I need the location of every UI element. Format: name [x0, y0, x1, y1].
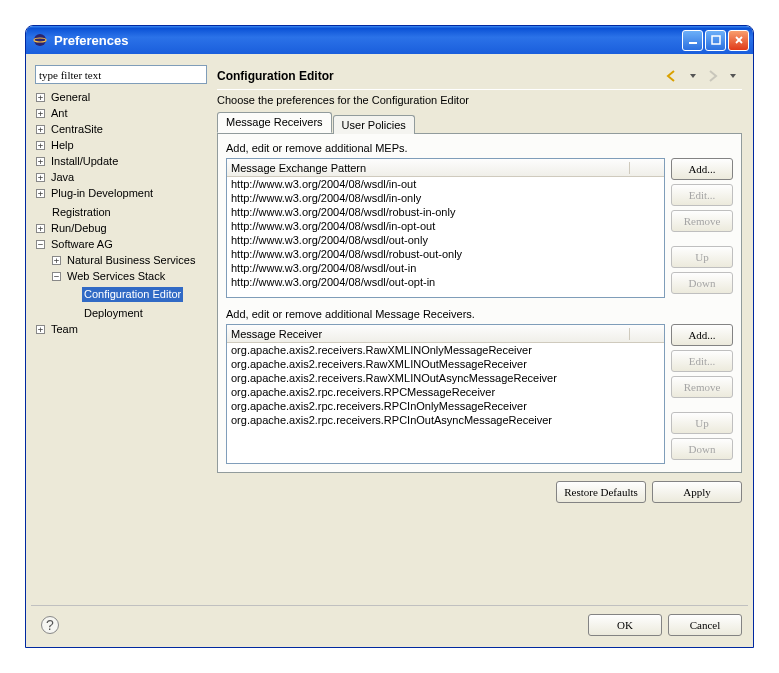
receivers-body[interactable]: org.apache.axis2.receivers.RawXMLINOnlyM…: [227, 343, 664, 427]
list-item[interactable]: http://www.w3.org/2004/08/wsdl/in-only: [227, 191, 664, 205]
list-item[interactable]: org.apache.axis2.rpc.receivers.RPCMessag…: [227, 385, 664, 399]
list-item[interactable]: http://www.w3.org/2004/08/wsdl/in-out: [227, 177, 664, 191]
tree-expander-icon[interactable]: +: [36, 224, 45, 233]
receivers-listbox[interactable]: Message Receiver org.apache.axis2.receiv…: [226, 324, 665, 464]
meps-add-button[interactable]: Add...: [671, 158, 733, 180]
window-title: Preferences: [54, 33, 680, 48]
preferences-window: Preferences +General+Ant+CentraSite+Help…: [25, 25, 754, 648]
tabs-bar: Message ReceiversUser Policies: [217, 112, 742, 133]
meps-body[interactable]: http://www.w3.org/2004/08/wsdl/in-outhtt…: [227, 177, 664, 289]
tree-expander-icon[interactable]: +: [36, 157, 45, 166]
meps-remove-button: Remove: [671, 210, 733, 232]
tab-folder: Message ReceiversUser Policies Add, edit…: [217, 112, 742, 473]
help-icon[interactable]: ?: [41, 616, 59, 634]
meps-listbox[interactable]: Message Exchange Pattern http://www.w3.o…: [226, 158, 665, 298]
receivers-header-row[interactable]: Message Receiver: [227, 325, 664, 343]
receivers-column-header[interactable]: Message Receiver: [231, 328, 630, 340]
titlebar[interactable]: Preferences: [26, 26, 753, 54]
receivers-down-button: Down: [671, 438, 733, 460]
meps-edit-button: Edit...: [671, 184, 733, 206]
cancel-button[interactable]: Cancel: [668, 614, 742, 636]
meps-hint: Add, edit or remove additional MEPs.: [226, 142, 733, 154]
forward-menu-dropdown-icon[interactable]: [724, 68, 742, 84]
tree-expander-icon[interactable]: +: [36, 125, 45, 134]
page-buttons: Restore Defaults Apply: [217, 473, 742, 507]
tree-expander-icon[interactable]: +: [36, 189, 45, 198]
list-item[interactable]: org.apache.axis2.receivers.RawXMLINOnlyM…: [227, 343, 664, 357]
receivers-edit-button: Edit...: [671, 350, 733, 372]
close-button[interactable]: [728, 30, 749, 51]
tree-expander-icon[interactable]: −: [52, 272, 61, 281]
tree-item[interactable]: General: [49, 90, 92, 105]
tab-body: Add, edit or remove additional MEPs. Mes…: [217, 133, 742, 473]
back-icon[interactable]: [664, 68, 682, 84]
list-item[interactable]: http://www.w3.org/2004/08/wsdl/robust-ou…: [227, 247, 664, 261]
dialog-buttons: ? OK Cancel: [31, 605, 748, 642]
content-area: +General+Ant+CentraSite+Help+Install/Upd…: [31, 59, 748, 642]
filter-input[interactable]: [35, 65, 207, 84]
tree-item[interactable]: Install/Update: [49, 154, 120, 169]
right-pane: Configuration Editor Choose the preferen…: [211, 59, 748, 605]
list-item[interactable]: http://www.w3.org/2004/08/wsdl/out-opt-i…: [227, 275, 664, 289]
tree-item[interactable]: Configuration Editor: [82, 287, 183, 302]
tree-expander-icon[interactable]: +: [52, 256, 61, 265]
tree-expander-icon[interactable]: +: [36, 325, 45, 334]
back-menu-dropdown-icon[interactable]: [684, 68, 702, 84]
tab-user-policies[interactable]: User Policies: [333, 115, 415, 134]
meps-up-button: Up: [671, 246, 733, 268]
svg-rect-2: [689, 42, 697, 44]
tree-item[interactable]: Help: [49, 138, 76, 153]
tree-item[interactable]: Java: [49, 170, 76, 185]
left-pane: +General+Ant+CentraSite+Help+Install/Upd…: [31, 59, 211, 605]
tab-message-receivers[interactable]: Message Receivers: [217, 112, 332, 133]
list-item[interactable]: org.apache.axis2.receivers.RawXMLINOutMe…: [227, 357, 664, 371]
restore-defaults-button[interactable]: Restore Defaults: [556, 481, 646, 503]
list-item[interactable]: org.apache.axis2.rpc.receivers.RPCInOutA…: [227, 413, 664, 427]
main-split: +General+Ant+CentraSite+Help+Install/Upd…: [31, 59, 748, 605]
meps-buttons: Add... Edit... Remove Up Down: [671, 158, 733, 294]
tree-expander-icon[interactable]: +: [36, 173, 45, 182]
minimize-button[interactable]: [682, 30, 703, 51]
tree-item[interactable]: Team: [49, 322, 80, 337]
receivers-add-button[interactable]: Add...: [671, 324, 733, 346]
list-item[interactable]: org.apache.axis2.receivers.RawXMLINOutAs…: [227, 371, 664, 385]
eclipse-icon: [32, 32, 48, 48]
tree-item[interactable]: Registration: [50, 205, 113, 220]
list-item[interactable]: http://www.w3.org/2004/08/wsdl/out-only: [227, 233, 664, 247]
forward-icon: [704, 68, 722, 84]
receivers-remove-button: Remove: [671, 376, 733, 398]
tree-item[interactable]: Deployment: [82, 306, 145, 321]
list-item[interactable]: http://www.w3.org/2004/08/wsdl/in-opt-ou…: [227, 219, 664, 233]
tree-item[interactable]: Plug-in Development: [49, 186, 155, 201]
maximize-button[interactable]: [705, 30, 726, 51]
list-item[interactable]: org.apache.axis2.rpc.receivers.RPCInOnly…: [227, 399, 664, 413]
meps-down-button: Down: [671, 272, 733, 294]
tree-expander-icon[interactable]: −: [36, 240, 45, 249]
page-description: Choose the preferences for the Configura…: [217, 94, 742, 106]
ok-button[interactable]: OK: [588, 614, 662, 636]
tree-item[interactable]: Run/Debug: [49, 221, 109, 236]
tree-item[interactable]: Natural Business Services: [65, 253, 197, 268]
apply-button[interactable]: Apply: [652, 481, 742, 503]
tree-item[interactable]: Software AG: [49, 237, 115, 252]
tree-expander-icon[interactable]: +: [36, 93, 45, 102]
meps-column-header[interactable]: Message Exchange Pattern: [231, 162, 630, 174]
tree-expander-icon[interactable]: +: [36, 109, 45, 118]
receivers-buttons: Add... Edit... Remove Up Down: [671, 324, 733, 460]
svg-rect-3: [712, 36, 720, 44]
list-item[interactable]: http://www.w3.org/2004/08/wsdl/robust-in…: [227, 205, 664, 219]
list-item[interactable]: http://www.w3.org/2004/08/wsdl/out-in: [227, 261, 664, 275]
preference-tree[interactable]: +General+Ant+CentraSite+Help+Install/Upd…: [36, 89, 206, 337]
header-separator: [217, 89, 742, 90]
tree-item[interactable]: Ant: [49, 106, 70, 121]
svg-point-0: [34, 34, 46, 46]
receivers-up-button: Up: [671, 412, 733, 434]
page-title: Configuration Editor: [217, 69, 662, 83]
tree-item[interactable]: CentraSite: [49, 122, 105, 137]
tree-expander-icon[interactable]: +: [36, 141, 45, 150]
meps-header-row[interactable]: Message Exchange Pattern: [227, 159, 664, 177]
tree-item[interactable]: Web Services Stack: [65, 269, 167, 284]
receivers-hint: Add, edit or remove additional Message R…: [226, 308, 733, 320]
tree-wrap: +General+Ant+CentraSite+Help+Install/Upd…: [35, 88, 207, 601]
